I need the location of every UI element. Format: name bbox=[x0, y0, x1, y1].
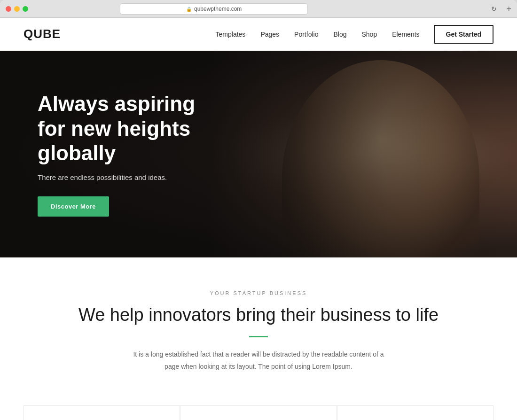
nav-links: Templates Pages Portfolio Blog Shop Elem… bbox=[216, 30, 420, 39]
section-divider bbox=[249, 336, 268, 337]
card-business-consulting: Business Consulting bbox=[180, 405, 337, 420]
hero-section: Always aspiring for new heights globally… bbox=[0, 51, 517, 257]
nav-item-pages[interactable]: Pages bbox=[260, 31, 279, 38]
navigation: QUBE Templates Pages Portfolio Blog Shop… bbox=[0, 18, 517, 51]
section-eyebrow: YOUR STARTUP BUSINESS bbox=[24, 290, 494, 296]
hero-title: Always aspiring for new heights globally bbox=[38, 92, 221, 166]
nav-item-shop[interactable]: Shop bbox=[361, 31, 377, 38]
hero-subtitle: There are endless possibilities and idea… bbox=[38, 173, 221, 181]
website-content: QUBE Templates Pages Portfolio Blog Shop… bbox=[0, 18, 517, 420]
url-text: qubewptheme.com bbox=[194, 6, 242, 12]
site-logo[interactable]: QUBE bbox=[24, 27, 61, 41]
hero-content: Always aspiring for new heights globally… bbox=[0, 92, 258, 217]
get-started-button[interactable]: Get Started bbox=[434, 25, 494, 44]
nav-item-portfolio[interactable]: Portfolio bbox=[294, 31, 318, 38]
browser-dots bbox=[6, 6, 28, 12]
intro-section: YOUR STARTUP BUSINESS We help innovators… bbox=[0, 257, 517, 391]
nav-item-elements[interactable]: Elements bbox=[392, 31, 419, 38]
discover-more-button[interactable]: Discover More bbox=[38, 196, 109, 217]
browser-titlebar: qubewptheme.com ↻ + bbox=[0, 0, 517, 18]
browser-window: qubewptheme.com ↻ + QUBE Templates Pages… bbox=[0, 0, 517, 420]
section-title: We help innovators bring their business … bbox=[24, 303, 494, 327]
dot-maximize[interactable] bbox=[23, 6, 28, 12]
cards-row: Personal Branding bbox=[0, 391, 517, 420]
nav-item-blog[interactable]: Blog bbox=[333, 31, 346, 38]
section-description: It is a long established fact that a rea… bbox=[127, 349, 390, 372]
nav-item-templates[interactable]: Templates bbox=[216, 31, 246, 38]
new-tab-button[interactable]: + bbox=[506, 5, 511, 13]
address-bar[interactable]: qubewptheme.com bbox=[120, 3, 308, 15]
dot-minimize[interactable] bbox=[14, 6, 20, 12]
dot-close[interactable] bbox=[6, 6, 11, 12]
card-personal-branding: Personal Branding bbox=[24, 405, 180, 420]
lock-icon bbox=[186, 6, 192, 12]
card-online-marketing: Online Marketing bbox=[337, 405, 494, 420]
refresh-button[interactable]: ↻ bbox=[487, 5, 501, 13]
